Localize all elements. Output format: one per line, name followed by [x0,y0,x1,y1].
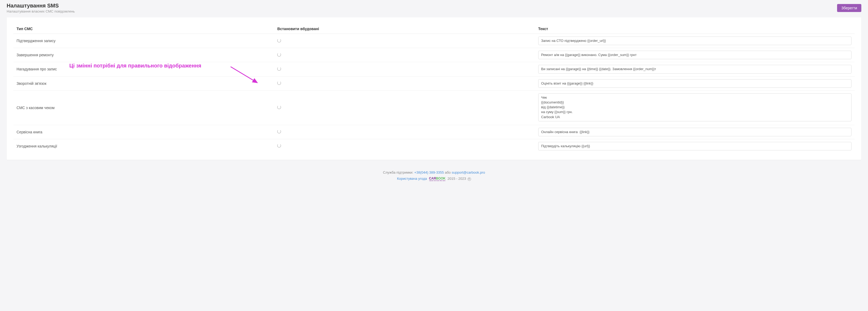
loading-spinner-icon [277,39,281,43]
user-agreement-link[interactable]: Користувача угода [397,177,427,181]
column-header-text: Текст [535,24,855,34]
sms-text-input[interactable] [538,51,851,59]
support-phone-link[interactable]: +38(044) 389-3355 [414,170,444,174]
loading-spinner-icon [277,53,281,57]
row-label: Зворотній зв'язок [13,76,274,90]
column-header-type: Тип СМС [13,24,274,34]
sms-text-input[interactable] [538,36,851,45]
sms-text-input[interactable] [538,142,851,150]
column-header-builtin: Встановити вбудовані [274,24,535,34]
sms-text-textarea[interactable] [538,93,851,121]
footer-years: 2015 - 2023 [447,177,466,181]
carbook-logo: CAЯBOOK cause we love the cars [429,176,445,181]
row-label: Підтвердження запису [13,34,274,48]
loading-spinner-icon [277,67,281,71]
footer: Служба підтримки: +38(044) 389-3355 або … [0,160,868,189]
table-row: Завершення ремонту [13,48,855,62]
support-email-link[interactable]: support@carbook.pro [452,170,485,174]
table-row: СМС з касовим чеком [13,90,855,125]
sms-table: Тип СМС Встановити вбудовані Текст Підтв… [13,24,855,153]
row-label: Сервісна книга [13,125,274,139]
save-button[interactable]: Зберегти [837,4,861,12]
loading-spinner-icon [277,144,281,147]
page-subtitle: Налаштування власних СМС повідомлень [7,9,75,13]
row-label: Нагадування про запис [13,62,274,76]
sms-text-input[interactable] [538,79,851,88]
loading-spinner-icon [277,81,281,85]
sms-settings-card: Тип СМС Встановити вбудовані Текст Підтв… [7,17,861,160]
row-label: СМС з касовим чеком [13,90,274,125]
sms-text-input[interactable] [538,128,851,136]
table-row: Узгодження калькуляції [13,139,855,153]
sms-text-input[interactable] [538,65,851,73]
row-label: Узгодження калькуляції [13,139,274,153]
footer-or: або [445,170,451,174]
table-row: Нагадування про запис [13,62,855,76]
loading-spinner-icon [277,130,281,133]
page-title: Налаштування SMS [7,3,75,9]
loading-spinner-icon [277,105,281,109]
support-label: Служба підтримки: [383,170,413,174]
table-row: Зворотній зв'язок [13,76,855,90]
table-row: Підтвердження запису [13,34,855,48]
registered-icon: R [468,177,471,181]
row-label: Завершення ремонту [13,48,274,62]
table-row: Сервісна книга [13,125,855,139]
